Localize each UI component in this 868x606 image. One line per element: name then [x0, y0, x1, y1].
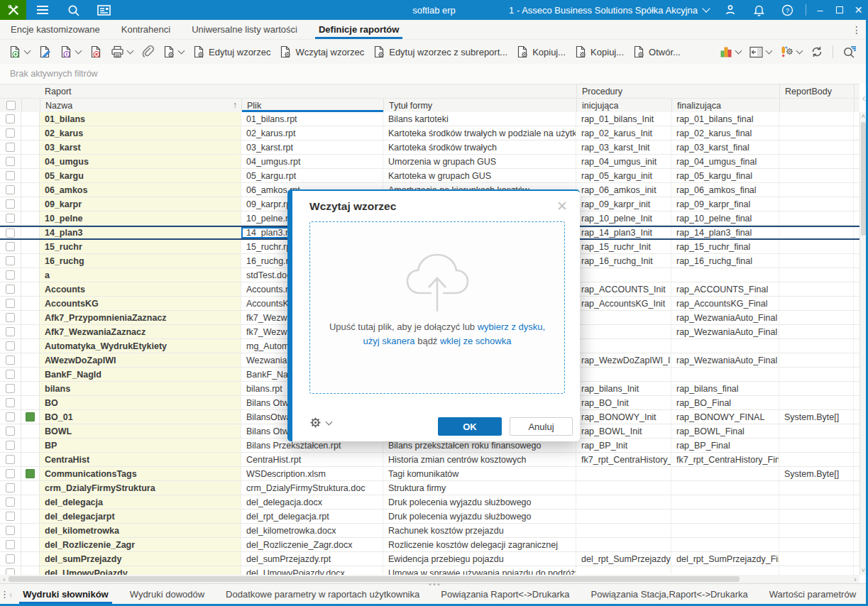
cell-nazwa[interactable]: Afk7_PrzypomnieniaZaznacz: [40, 311, 241, 324]
print-button[interactable]: [106, 43, 137, 60]
delete-report-button[interactable]: [85, 43, 106, 60]
row-checkbox[interactable]: [6, 398, 15, 407]
row-checkbox[interactable]: [6, 483, 15, 492]
cell-reportbody[interactable]: [779, 297, 854, 310]
cell-finalizujaca[interactable]: fk7_rpt_CentraHistory_Final: [671, 453, 779, 466]
column-header-truncated[interactable]: R: [854, 99, 859, 112]
cell-inicjujaca[interactable]: rap_BP_Init: [576, 439, 671, 452]
news-panel-button[interactable]: [87, 0, 120, 20]
minimize-button[interactable]: –: [811, 0, 830, 20]
row-checkbox[interactable]: [6, 441, 15, 450]
maximize-button[interactable]: [830, 0, 849, 20]
row-checkbox[interactable]: [6, 143, 15, 152]
scroll-right-arrow[interactable]: ›: [851, 575, 859, 583]
cell-nazwa[interactable]: 14_plan3: [40, 227, 241, 238]
cell-reportbody[interactable]: [779, 282, 854, 296]
cell-finalizujaca[interactable]: rap_16_ruchg_final: [671, 254, 779, 268]
cell-inicjujaca[interactable]: [576, 311, 671, 324]
cell-plik[interactable]: 05_kargu.rpt: [241, 169, 383, 182]
cell-nazwa[interactable]: Automatyka_WydrukEtykiety: [40, 339, 241, 353]
cell-nazwa[interactable]: 06_amkos: [40, 183, 241, 197]
cell-inicjujaca[interactable]: rap_BO_Init: [576, 396, 671, 409]
table-row[interactable]: del_delegacjarpt del_rpt_delegacja.rpt D…: [0, 509, 859, 524]
cell-reportbody[interactable]: [779, 311, 854, 324]
cell-reportbody[interactable]: [779, 211, 854, 225]
cell-inicjujaca[interactable]: rap_15_ruchr_Init: [576, 240, 671, 253]
cell-nazwa[interactable]: del_Rozliczenie_Zagr: [40, 538, 241, 551]
cell-reportbody[interactable]: [779, 112, 854, 126]
cell-reportbody[interactable]: [779, 268, 854, 282]
copy-button-1[interactable]: Kopiuj...: [512, 43, 570, 60]
column-header-finalizujaca[interactable]: finalizująca: [671, 99, 779, 112]
cell-nazwa[interactable]: a: [40, 268, 241, 282]
bottom-tab[interactable]: Powiązania Stacja,Raport<->Drukarka: [581, 584, 759, 604]
row-checkbox[interactable]: [6, 469, 15, 478]
cell-finalizujaca[interactable]: [671, 481, 779, 495]
cell-reportbody[interactable]: System.Byte[]: [779, 467, 854, 480]
user-profile-button[interactable]: [716, 0, 745, 20]
edit-template-subreport-button[interactable]: Edytuj wzorzec z subreport...: [368, 43, 512, 60]
edit-template-button[interactable]: Edytuj wzorzec: [188, 43, 275, 60]
scroll-left-arrow[interactable]: ‹: [0, 575, 9, 583]
row-checkbox[interactable]: [6, 356, 15, 365]
cell-finalizujaca[interactable]: [671, 524, 779, 537]
cell-reportbody[interactable]: System.Byte[]: [779, 410, 854, 424]
cell-plik[interactable]: WSDescription.xlsm: [241, 467, 383, 480]
cell-finalizujaca[interactable]: rap_14_plan3_final: [671, 227, 779, 238]
row-checkbox[interactable]: [6, 370, 15, 379]
cell-plik[interactable]: CentraHist.rpt: [241, 453, 383, 466]
cell-nazwa[interactable]: 04_umgus: [40, 155, 241, 168]
cell-nazwa[interactable]: del_delegacjarpt: [40, 509, 241, 523]
table-row[interactable]: 01_bilans 01_bilans.rpt Bilans kartoteki…: [0, 112, 859, 126]
row-checkbox[interactable]: [6, 228, 15, 238]
cell-finalizujaca[interactable]: rap_WezwaniaAuto_Final: [671, 353, 779, 367]
cell-plik[interactable]: 02_karus.rpt: [241, 126, 383, 140]
load-template-button[interactable]: Wczytaj wzorzec: [275, 43, 368, 60]
row-checkbox[interactable]: [6, 114, 15, 123]
cell-finalizujaca[interactable]: rap_05_kargu_final: [671, 169, 779, 182]
table-row[interactable]: 03_karst 03_karst.rpt Kartoteka środków …: [0, 141, 859, 155]
row-checkbox[interactable]: [6, 199, 15, 209]
cell-tytul-formy[interactable]: Kartoteka środków trwałych: [383, 141, 576, 154]
cell-nazwa[interactable]: del_UmowyPojazdy: [40, 566, 241, 575]
cell-finalizujaca[interactable]: [671, 495, 779, 509]
group-header-procedury[interactable]: Procedury: [576, 84, 779, 98]
table-row[interactable]: del_kilometrowka del_kilometrowka.docx R…: [0, 524, 859, 538]
cell-nazwa[interactable]: del_sumPrzejazdy: [40, 552, 241, 566]
cell-nazwa[interactable]: AccountsKG: [40, 297, 241, 310]
top-tab[interactable]: Uniwersalne listy wartości: [181, 20, 308, 39]
table-row[interactable]: CommunicationsTags WSDescription.xlsm Ta…: [0, 467, 859, 481]
cell-nazwa[interactable]: crm_DzialyFirmyStruktura: [40, 481, 241, 495]
cancel-button[interactable]: Anuluj: [510, 417, 573, 436]
row-checkbox[interactable]: [6, 426, 15, 436]
cell-reportbody[interactable]: [779, 552, 854, 566]
group-header-reportbody[interactable]: ReportBody: [779, 84, 854, 98]
paste-from-clipboard-link[interactable]: wklej ze schowka: [440, 336, 511, 346]
cell-inicjujaca[interactable]: rap_04_umgus_init: [576, 155, 671, 168]
cell-reportbody[interactable]: [779, 524, 854, 537]
cell-reportbody[interactable]: [779, 481, 854, 495]
help-button[interactable]: ?: [773, 0, 801, 20]
row-checkbox[interactable]: [6, 526, 15, 535]
cell-inicjujaca[interactable]: rap_16_ruchg_Init: [576, 254, 671, 268]
copy-button-2[interactable]: Kopiuj...: [570, 43, 628, 60]
table-row[interactable]: 04_umgus 04_umgus.rpt Umorzenia w grupac…: [0, 155, 859, 169]
row-checkbox[interactable]: [6, 285, 15, 294]
row-checkbox[interactable]: [6, 171, 15, 180]
cell-inicjujaca[interactable]: rap_10_pelne_Init: [576, 211, 671, 225]
cell-nazwa[interactable]: 01_bilans: [40, 112, 241, 126]
cell-plik[interactable]: del_sumPrzejazdy.rpt: [241, 552, 383, 566]
cell-nazwa[interactable]: BO_01: [40, 410, 241, 424]
cell-inicjujaca[interactable]: rap_BONOWY_Init: [576, 410, 671, 424]
cell-nazwa[interactable]: 10_pelne: [40, 211, 241, 225]
cell-finalizujaca[interactable]: rap_01_bilans_final: [671, 112, 779, 126]
cell-reportbody[interactable]: [779, 396, 854, 409]
cell-tytul-formy[interactable]: Historia zmian centrów kosztowych: [383, 453, 576, 466]
row-checkbox[interactable]: [6, 341, 15, 351]
attachments-button[interactable]: [137, 43, 158, 60]
top-tab[interactable]: Definicje raportów: [308, 20, 410, 39]
cell-reportbody[interactable]: [779, 509, 854, 523]
cell-finalizujaca[interactable]: rap_04_umgus_final: [671, 155, 779, 168]
select-all-checkbox[interactable]: [6, 101, 16, 110]
cell-tytul-formy[interactable]: Druk polecenia wyjazdu służbowego: [383, 509, 576, 523]
